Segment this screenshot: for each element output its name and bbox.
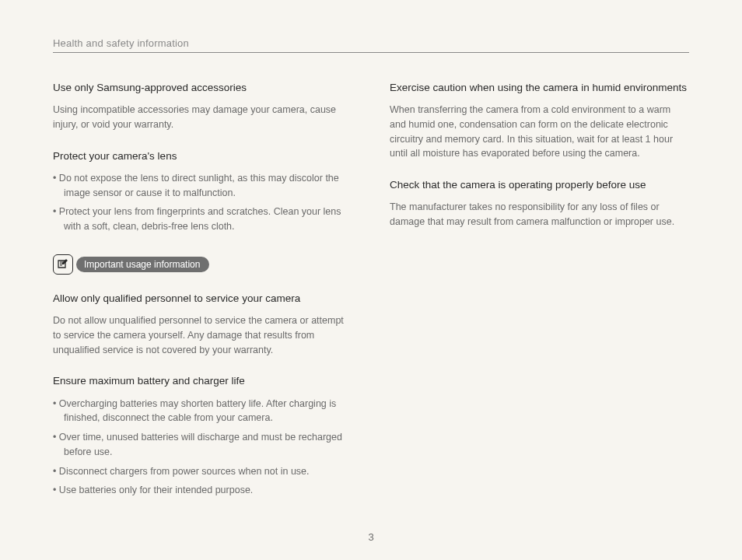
callout-label: Important usage information: [76, 257, 209, 272]
section-heading: Exercise caution when using the camera i…: [390, 81, 689, 95]
section-heading: Check that the camera is operating prope…: [390, 178, 689, 192]
right-column: Exercise caution when using the camera i…: [390, 81, 689, 518]
bullet-list: Do not expose the lens to direct sunligh…: [53, 171, 352, 234]
bullet-item: Over time, unused batteries will dischar…: [53, 430, 352, 460]
body-text: The manufacturer takes no responsibility…: [390, 200, 689, 229]
body-text: Do not allow unqualified personnel to se…: [53, 313, 352, 357]
bullet-item: Do not expose the lens to direct sunligh…: [53, 171, 352, 201]
bullet-item: Protect your lens from fingerprints and …: [53, 205, 352, 234]
callout-badge: Important usage information: [53, 254, 352, 275]
page-number: 3: [0, 531, 742, 543]
body-text: Using incompatible accessories may damag…: [53, 103, 352, 132]
section-heading: Ensure maximum battery and charger life: [53, 374, 352, 388]
section-heading: Use only Samsung-approved accessories: [53, 81, 352, 95]
section-heading: Protect your camera's lens: [53, 149, 352, 163]
note-icon: [53, 254, 73, 275]
bullet-list: Overcharging batteries may shorten batte…: [53, 397, 352, 499]
left-column: Use only Samsung-approved accessories Us…: [53, 81, 352, 518]
content-columns: Use only Samsung-approved accessories Us…: [53, 81, 689, 518]
bullet-item: Overcharging batteries may shorten batte…: [53, 397, 352, 426]
section-heading: Allow only qualified personnel to servic…: [53, 292, 352, 306]
running-header: Health and safety information: [53, 37, 689, 53]
body-text: When transferring the camera from a cold…: [390, 103, 689, 161]
bullet-item: Use batteries only for their intended pu…: [53, 483, 352, 498]
bullet-item: Disconnect chargers from power sources w…: [53, 464, 352, 479]
